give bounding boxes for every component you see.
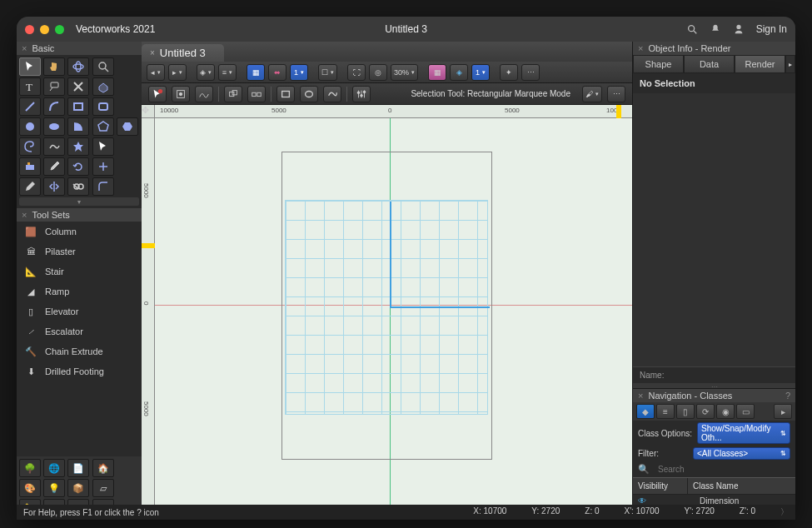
toolset-item-pilaster[interactable]: 🏛Pilaster [17,242,142,262]
nav-panel-menu[interactable]: ▸ [774,404,792,419]
signin-button[interactable]: Sign In [756,23,787,35]
ruler-horizontal[interactable]: 10000 5000 0 5000 1000 [155,105,632,118]
nav-tab-sheets[interactable]: ▯ [676,404,695,419]
oval-tool[interactable] [43,117,65,136]
hexagon-tool[interactable] [117,117,138,136]
close-window-button[interactable] [25,25,34,34]
status-scroll-right[interactable]: 〉 [780,506,789,518]
building-palette-button[interactable]: 🏠 [92,459,114,477]
mirror-tool[interactable] [43,177,65,196]
class-options-select[interactable]: Show/Snap/Modify Oth... [697,422,790,444]
lighting-palette-button[interactable]: 💡 [43,479,65,497]
push-pull-tool[interactable] [92,77,114,96]
wireframe-button[interactable]: ◈ [450,64,468,81]
fit-objects-button[interactable]: ◎ [369,64,387,81]
ruler-vertical[interactable]: 5000 0 5000 [142,118,155,520]
navigation-header[interactable]: × Navigation - Classes ? [633,389,795,402]
mode-prefs-button[interactable] [352,86,371,102]
render-mode-button[interactable]: ▦ [428,64,446,81]
eyedropper-tool[interactable] [43,157,65,176]
minimize-window-button[interactable] [40,25,49,34]
search-icon[interactable] [686,23,698,35]
toolsets-panel-header[interactable]: × Tool Sets [17,208,142,222]
col-visibility[interactable]: Visibility [633,478,688,494]
axis-tool-button[interactable]: ⬌ [268,64,286,81]
lights-button[interactable]: ✦ [500,64,518,81]
text-tool[interactable]: T [19,77,41,96]
visual-palette-button[interactable]: 🎨 [19,479,41,497]
plane-tool-button[interactable]: ▦ [247,64,265,81]
selection-tool[interactable] [19,57,41,76]
mode-btn-1[interactable] [148,86,167,102]
snap-dropdown[interactable]: 1 [290,64,308,81]
site-palette-button[interactable]: 🌳 [19,459,41,477]
zoom-tool[interactable] [92,57,114,76]
drawing-area[interactable] [155,118,632,520]
object-info-header[interactable]: × Object Info - Render [633,42,795,55]
mode-btn-5[interactable] [247,86,266,102]
mode-btn-7[interactable] [300,86,318,102]
nav-tab-saved[interactable]: ◉ [716,404,735,419]
view-mode-dropdown[interactable]: ☐ [318,64,337,81]
tab-data[interactable]: Data [684,55,735,73]
close-icon[interactable]: × [22,210,27,220]
help-icon[interactable]: ? [785,391,790,401]
delete-tool[interactable] [67,77,89,96]
notification-icon[interactable] [710,23,721,35]
globe-palette-button[interactable]: 🌐 [43,459,65,477]
class-dropdown[interactable]: ≡ [218,64,237,81]
mode-btn-3[interactable] [195,86,213,102]
tab-shape[interactable]: Shape [633,55,684,73]
nav-tab-classes[interactable]: ◆ [636,404,655,419]
view-nav-fwd-dropdown[interactable]: ▸ [168,64,187,81]
basic-panel-header[interactable]: × Basic [17,42,142,55]
split-tool[interactable] [67,177,89,196]
nav-tab-refs[interactable]: ▭ [736,404,755,419]
close-icon[interactable]: × [22,43,27,53]
brush-tool[interactable] [19,177,41,196]
star-tool[interactable] [67,137,89,156]
locus-tool[interactable] [92,157,114,176]
mode-btn-6[interactable] [276,86,295,102]
expand-panel-button[interactable]: ▾ [19,197,139,206]
zoom-dropdown[interactable]: 30% [391,64,418,81]
arrow-select-tool[interactable] [92,137,114,156]
canvas[interactable]: ✥ 10000 5000 0 5000 1000 5000 0 5000 [142,105,632,520]
search-input[interactable] [655,464,790,475]
toolset-item-elevator[interactable]: ▯Elevator [17,301,142,321]
filter-select[interactable]: <All Classes> [693,447,790,460]
line-tool[interactable] [19,97,41,116]
overflow-button[interactable]: ⋯ [521,64,540,81]
close-icon[interactable]: × [638,43,643,53]
nav-tab-layers[interactable]: ≡ [656,404,675,419]
attribute-tool[interactable] [19,157,41,176]
fillet-tool[interactable] [92,177,114,196]
zoom-window-button[interactable] [55,25,64,34]
circle-tool[interactable] [19,117,41,136]
arc-tool[interactable] [43,97,65,116]
toolset-item-escalator[interactable]: ⟋Escalator [17,321,142,341]
proj-dropdown[interactable]: 1 [471,64,490,81]
rounded-rect-tool[interactable] [92,97,114,116]
callout-tool[interactable] [43,77,65,96]
pan-tool[interactable] [43,57,65,76]
close-tab-icon[interactable]: × [150,48,155,57]
close-icon[interactable]: × [638,391,643,401]
tab-render[interactable]: Render [735,55,785,73]
toolset-item-stair[interactable]: 📐Stair [17,262,142,281]
box-palette-button[interactable]: 📦 [67,479,89,497]
overflow-button-2[interactable]: ⋯ [607,86,625,102]
mode-btn-4[interactable] [224,86,242,102]
spiral-tool[interactable] [19,137,41,156]
sheet-palette-button[interactable]: 📄 [67,459,89,477]
freehand-tool[interactable] [43,137,65,156]
col-classname[interactable]: Class Name [688,478,795,494]
flyover-tool[interactable] [67,57,89,76]
paint-dropdown[interactable]: 🖌 [582,86,602,102]
rotate-tool[interactable] [67,157,89,176]
wall-palette-button[interactable]: ▱ [92,479,114,497]
toolset-item-drilled-footing[interactable]: ⬇Drilled Footing [17,361,142,381]
nav-tab-viewports[interactable]: ⟳ [696,404,715,419]
fit-page-button[interactable]: ⛶ [347,64,366,81]
ruler-origin[interactable]: ✥ [142,105,155,118]
